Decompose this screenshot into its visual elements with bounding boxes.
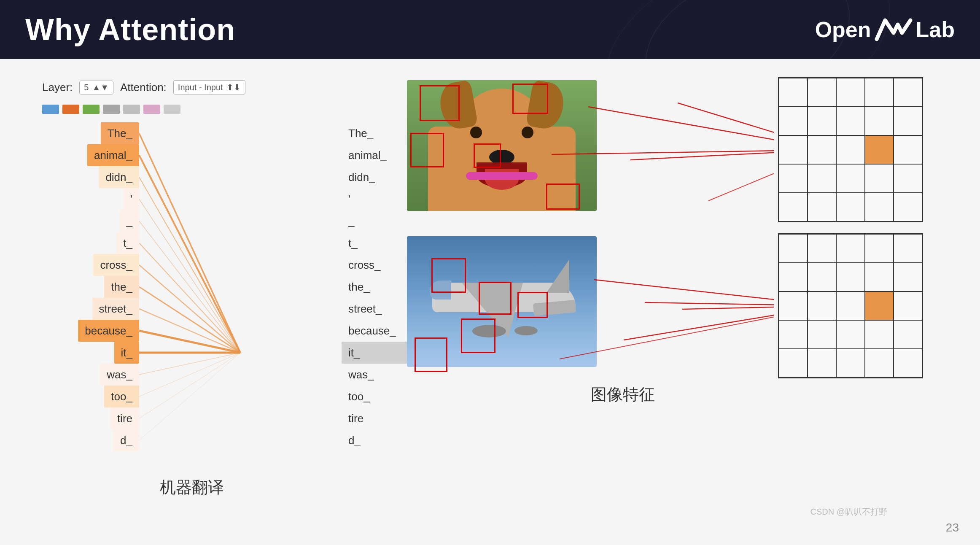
grid-cell [894,320,922,349]
list-item: t_ [342,232,364,254]
grid-cell [894,291,922,320]
list-item: was_ [100,364,139,386]
dog-bbox-3 [410,133,444,167]
svg-line-1 [139,155,240,353]
svg-line-6 [139,265,240,353]
grid-cell [836,193,865,221]
attention-dropdown: ⬆⬇ [226,82,241,92]
grid-cell [808,135,836,164]
attention-label: Attention: [120,81,167,94]
grid-cell [779,234,808,263]
list-item: too_ [342,386,377,407]
list-item: ' [124,188,139,210]
dog-bbox-5 [546,183,580,210]
layer-stepper: ▲▼ [92,83,109,92]
logo-icon [875,16,913,43]
list-item: _ [342,210,361,232]
grid-cell [865,193,894,221]
list-item: street_ [92,298,140,320]
grid-cell [865,164,894,193]
grid-cell [836,291,865,320]
image-column [407,80,597,367]
svg-line-9 [139,331,240,353]
image-features [407,80,923,371]
plane-image-wrapper [407,236,597,367]
list-item: too_ [104,386,139,407]
color-swatches [42,105,180,114]
svg-line-24 [624,306,774,340]
svg-line-8 [139,309,240,353]
list-item: t_ [116,232,139,254]
svg-line-7 [139,287,240,353]
plane-feature-grid [778,233,923,378]
grid-cell [779,78,808,107]
attention-select[interactable]: Input - Input ⬆⬇ [173,80,245,94]
right-caption: 图像特征 [591,384,655,405]
list-item: didn_ [99,166,139,188]
dog-feature-grid-wrapper [778,77,923,222]
svg-line-18 [630,150,774,160]
swatch-pink [143,105,160,114]
list-item: tire [342,407,370,429]
grid-cell [865,78,894,107]
plane-feature-grid-wrapper [778,233,923,378]
grid-cell [836,107,865,135]
svg-line-15 [588,107,774,150]
list-item: d_ [113,429,139,451]
plane-bbox-3 [517,292,548,318]
header: Why Attention Open Lab [0,0,980,59]
logo-text: Open [815,17,871,42]
layer-label: Layer: [42,81,73,94]
grid-cell [808,193,836,221]
right-panel: 图像特征 [384,80,946,524]
logo-lab: Lab [916,17,955,42]
list-item: because_ [342,320,403,342]
grid-cell [865,320,894,349]
grid-cell [894,193,922,221]
grid-cell [808,107,836,135]
grid-cell [808,349,836,378]
list-item: was_ [342,364,381,386]
svg-line-16 [678,103,774,150]
svg-line-13 [139,353,240,418]
grid-cell-active [865,135,894,164]
grid-cell [865,263,894,291]
attention-value: Input - Input [178,83,223,92]
list-item: The_ [101,122,139,144]
grid-cell [779,164,808,193]
grid-cell [865,107,894,135]
grid-cell [779,107,808,135]
svg-line-0 [139,133,240,353]
swatch-green [83,105,100,114]
translation-viz: The_ animal_ didn_ ' _ t_ cross_ the_ st… [55,122,329,460]
grid-cell [836,263,865,291]
list-item: The_ [342,122,380,144]
grid-cell [894,263,922,291]
watermark: CSDN @叭叭不打野 [810,506,887,518]
grid-cell [894,349,922,378]
layer-select[interactable]: 5 ▲▼ [79,81,113,94]
grid-cell [808,234,836,263]
left-word-list: The_ animal_ didn_ ' _ t_ cross_ the_ st… [55,122,139,451]
svg-line-21 [594,280,774,306]
list-item: street_ [342,298,389,320]
list-item: animal_ [342,144,393,166]
grid-cell [779,193,808,221]
plane-bbox-4 [461,318,495,353]
grid-cell [779,320,808,349]
left-caption: 机器翻译 [160,477,224,498]
grid-cell [836,164,865,193]
grid-cell [779,263,808,291]
grid-cell [865,234,894,263]
list-item: _ [120,210,139,232]
plane-bbox-1 [431,258,466,293]
layer-value: 5 [84,83,89,92]
grid-cell [836,349,865,378]
grid-cell [894,78,922,107]
grid-cell-active [865,291,894,320]
dog-bbox-4 [474,143,501,168]
list-item: it_ [114,342,139,364]
dog-image-wrapper [407,80,597,211]
list-item: d_ [342,429,367,451]
page-title: Why Attention [25,12,235,47]
